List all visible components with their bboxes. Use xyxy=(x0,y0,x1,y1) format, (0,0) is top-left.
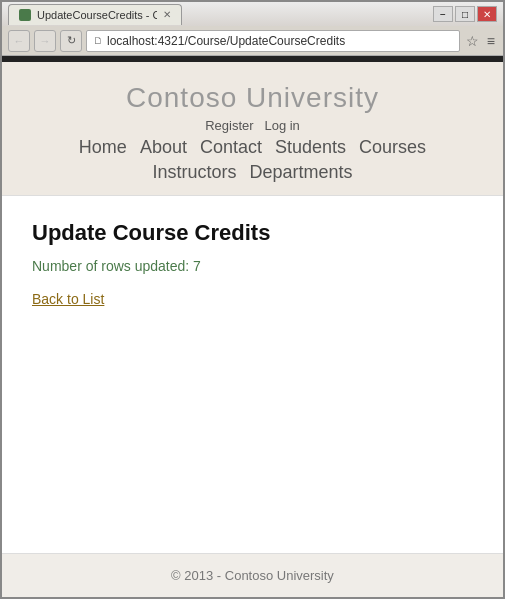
auth-links: Register Log in xyxy=(2,118,503,133)
rows-updated-text: Number of rows updated: 7 xyxy=(32,258,473,274)
page-icon: 🗋 xyxy=(93,35,103,46)
url-text: localhost:4321/Course/UpdateCourseCredit… xyxy=(107,34,345,48)
forward-button[interactable]: → xyxy=(34,30,56,52)
minimize-button[interactable]: − xyxy=(433,6,453,22)
page-title: Update Course Credits xyxy=(32,220,473,246)
tab-title: UpdateCourseCredits - Co xyxy=(37,9,157,21)
nav-instructors[interactable]: Instructors xyxy=(152,162,236,182)
register-link[interactable]: Register xyxy=(205,118,253,133)
menu-icon[interactable]: ≡ xyxy=(485,31,497,51)
login-link[interactable]: Log in xyxy=(264,118,299,133)
bookmark-icon[interactable]: ☆ xyxy=(464,31,481,51)
page-content: Contoso University Register Log in Home … xyxy=(2,62,503,597)
window-controls: − □ ✕ xyxy=(433,6,497,22)
close-button[interactable]: ✕ xyxy=(477,6,497,22)
back-to-list-link[interactable]: Back to List xyxy=(32,291,104,307)
browser-window: UpdateCourseCredits - Co ✕ − □ ✕ ← → ↻ 🗋… xyxy=(0,0,505,599)
nav-about[interactable]: About xyxy=(140,137,187,157)
footer-text: © 2013 - Contoso University xyxy=(171,568,334,583)
tab-close-icon[interactable]: ✕ xyxy=(163,9,171,20)
tab-favicon xyxy=(19,9,31,21)
nav-students[interactable]: Students xyxy=(275,137,346,157)
refresh-button[interactable]: ↻ xyxy=(60,30,82,52)
site-footer: © 2013 - Contoso University xyxy=(2,553,503,597)
site-title: Contoso University xyxy=(2,82,503,114)
address-bar-row: ← → ↻ 🗋 localhost:4321/Course/UpdateCour… xyxy=(2,26,503,56)
nav-departments[interactable]: Departments xyxy=(250,162,353,182)
address-box[interactable]: 🗋 localhost:4321/Course/UpdateCourseCred… xyxy=(86,30,460,52)
maximize-button[interactable]: □ xyxy=(455,6,475,22)
nav-home[interactable]: Home xyxy=(79,137,127,157)
nav-row-1: Home About Contact Students Courses xyxy=(2,137,503,158)
title-bar: UpdateCourseCredits - Co ✕ − □ ✕ xyxy=(2,2,503,26)
browser-tab[interactable]: UpdateCourseCredits - Co ✕ xyxy=(8,4,182,25)
nav-courses[interactable]: Courses xyxy=(359,137,426,157)
nav-row-2: Instructors Departments xyxy=(2,162,503,183)
main-content: Update Course Credits Number of rows upd… xyxy=(2,196,503,553)
nav-contact[interactable]: Contact xyxy=(200,137,262,157)
site-header: Contoso University Register Log in Home … xyxy=(2,62,503,196)
back-button[interactable]: ← xyxy=(8,30,30,52)
